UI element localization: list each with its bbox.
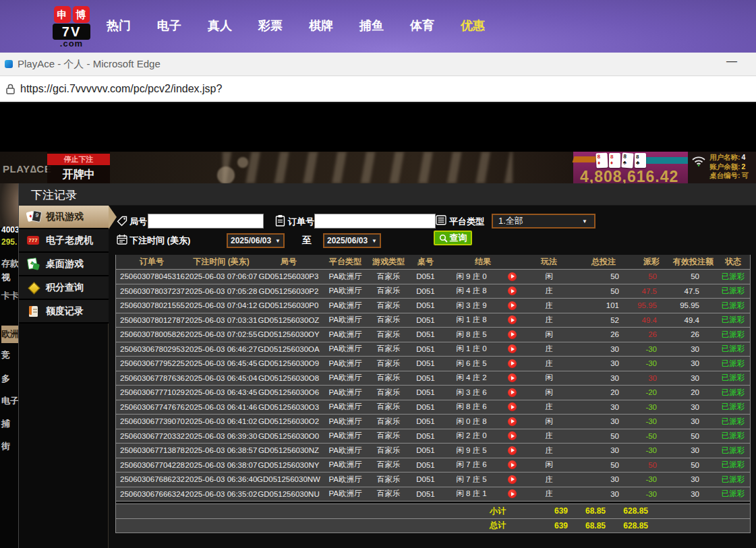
play-icon[interactable] — [508, 272, 517, 281]
cell-total-bet: 30 — [575, 475, 633, 483]
url-text[interactable]: https://gci.7vvvvvv.com/pc/pcv2/index.js… — [20, 83, 222, 95]
play-icon[interactable] — [508, 301, 517, 310]
nav-item[interactable]: 电子 — [157, 18, 181, 34]
cell-bet-time: 2025-06-03 07:03:31 — [187, 316, 255, 324]
search-button[interactable]: 查询 — [434, 231, 472, 245]
play-icon[interactable] — [508, 286, 517, 295]
cell-result: 闲 7 庄 5 — [442, 475, 500, 485]
cell-result: 闲 9 庄 0 — [442, 272, 500, 282]
edge-icon — [5, 60, 13, 68]
cell-platform: PA欧洲厅 — [322, 286, 368, 296]
minimize-button[interactable]: — — [726, 55, 737, 67]
nav-item[interactable]: 真人 — [208, 18, 232, 34]
cell-valid-bet: 50 — [670, 432, 716, 440]
sidebar-item[interactable]: 视讯游戏 — [19, 206, 109, 229]
play-icon[interactable] — [508, 417, 517, 426]
play-icon[interactable] — [508, 359, 517, 368]
logo-brand: 7V — [53, 24, 90, 40]
status-badge: 已派彩 — [716, 460, 750, 470]
lobby-strip: PLAY∆CE 停止下注 开牌中 8♦ 8♦ 8♣ 8♣ 4,808,616.4… — [0, 152, 756, 183]
cell-valid-bet: 50 — [670, 461, 716, 469]
play-icon[interactable] — [508, 315, 517, 324]
nav-item[interactable]: 热门 — [107, 18, 131, 34]
status-badge: 已派彩 — [716, 315, 750, 325]
cell-result: 闲 6 庄 5 — [442, 359, 500, 369]
date-from-select[interactable]: 2025/06/03 ▼ — [227, 233, 285, 248]
dealt-cards: 8♦ 8♦ 8♣ 8♣ — [596, 153, 646, 168]
modal-sidebar: 视讯游戏 电子老虎机 桌面游戏 — [19, 206, 109, 548]
play-icon[interactable] — [508, 373, 517, 382]
user-info-line: 用户名称:4 — [709, 153, 749, 162]
cell-bet-time: 2025-06-03 06:43:45 — [187, 388, 255, 396]
cell-result: 闲 3 庄 6 — [442, 388, 500, 398]
cell-replay — [500, 286, 523, 295]
status-badge: 已派彩 — [716, 359, 750, 369]
cell-payout: -30 — [633, 417, 670, 425]
cell-valid-bet: 49.4 — [670, 316, 716, 324]
cell-play-method: 闲 — [523, 417, 575, 427]
chevron-down-icon: ▼ — [582, 218, 587, 224]
sidebar-item[interactable]: 桌面游戏 — [19, 253, 109, 276]
order-number-input[interactable] — [314, 214, 436, 229]
play-icon[interactable] — [508, 388, 517, 397]
nav-item[interactable]: 彩票 — [258, 18, 283, 34]
cell-round-number: GD051256030OZ — [255, 316, 322, 324]
table-header-row: 订单号下注时间 (美东)局号平台类型游戏类型桌号结果玩法总投注派彩有效投注额状态 — [116, 255, 750, 269]
background-fragment: 视 — [1, 272, 10, 284]
sidebar-item[interactable]: 额度记录 — [19, 300, 109, 324]
cell-table-number: D051 — [409, 301, 442, 309]
subtotal-bet: 639 — [523, 506, 581, 516]
cell-platform: PA欧洲厅 — [322, 475, 368, 485]
cell-replay — [500, 431, 523, 440]
cell-replay — [500, 460, 523, 469]
play-icon[interactable] — [508, 402, 517, 411]
cell-result: 闲 0 庄 8 — [442, 417, 500, 427]
site-logo[interactable]: 申 博 7V .com — [51, 6, 92, 48]
nav-item[interactable]: 优惠 — [461, 18, 485, 34]
cell-table-number: D051 — [409, 475, 442, 483]
platform-type-select[interactable]: 1.全部 ▼ — [492, 214, 595, 229]
sidebar-item-label: 积分查询 — [46, 282, 84, 294]
status-badge: 已派彩 — [716, 344, 750, 354]
cell-order-number: 250603078012787 — [116, 316, 187, 324]
cell-table-number: D051 — [409, 330, 442, 338]
cell-play-method: 庄 — [523, 446, 575, 456]
nav-item[interactable]: 体育 — [410, 18, 434, 34]
play-icon[interactable] — [508, 489, 517, 498]
play-icon[interactable] — [508, 330, 517, 339]
sidebar-item[interactable]: 积分查询 — [19, 276, 109, 300]
cell-total-bet: 52 — [575, 316, 633, 324]
cell-result: 闲 4 庄 8 — [442, 286, 500, 296]
cell-result: 闲 7 庄 6 — [442, 460, 500, 470]
play-icon[interactable] — [508, 460, 517, 469]
cell-order-number: 250603067686232 — [116, 475, 187, 483]
play-icon[interactable] — [508, 344, 517, 353]
cell-payout: -30 — [633, 359, 670, 367]
chevron-down-icon: ▼ — [275, 238, 281, 244]
cell-platform: PA欧洲厅 — [322, 402, 368, 412]
play-icon[interactable] — [508, 446, 517, 455]
cell-table-number: D051 — [409, 403, 442, 411]
cell-table-number: D051 — [409, 287, 442, 295]
nav-item[interactable]: 捕鱼 — [359, 18, 384, 34]
cell-game-type: 百家乐 — [368, 446, 409, 456]
round-number-input[interactable] — [148, 214, 264, 229]
play-icon[interactable] — [508, 475, 517, 484]
play-icon[interactable] — [508, 431, 517, 440]
cell-bet-time: 2025-06-03 07:05:28 — [187, 287, 255, 295]
cell-round-number: GD051256030P3 — [255, 272, 322, 280]
cell-table-number: D051 — [409, 359, 442, 367]
column-header: 有效投注额 — [670, 256, 716, 268]
nav-item[interactable]: 棋牌 — [309, 18, 333, 34]
cell-payout: 49.4 — [633, 316, 670, 324]
calendar-icon — [117, 234, 127, 245]
cell-table-number: D051 — [409, 490, 442, 498]
date-to-select[interactable]: 2025/06/03 ▼ — [323, 233, 381, 248]
cell-result: 闲 4 庄 2 — [442, 373, 500, 383]
cell-valid-bet: 95.95 — [670, 301, 716, 309]
cell-total-bet: 50 — [575, 432, 633, 440]
background-fragment: 4003 — [1, 225, 18, 235]
sidebar-item[interactable]: 电子老虎机 — [19, 229, 109, 253]
status-badge: 已派彩 — [716, 373, 750, 383]
cell-game-type: 百家乐 — [368, 359, 409, 369]
